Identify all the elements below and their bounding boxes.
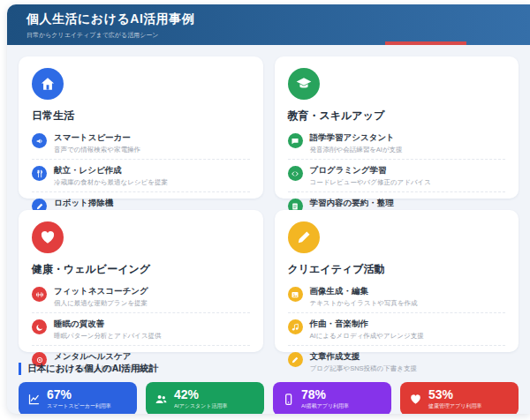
card-title: 日常生活 — [32, 109, 250, 124]
dumbbell-icon — [32, 287, 47, 302]
item-title: スマートスピーカー — [54, 132, 140, 144]
list-item: プログラミング学習 コードレビューやバグ修正のアドバイス — [288, 159, 506, 191]
stat-label: AI搭載アプリ利用率 — [301, 402, 349, 410]
item-desc: ブログ記事やSNS投稿の下書き支援 — [310, 364, 417, 373]
heart-icon — [32, 221, 64, 253]
item-title: 文章作成支援 — [310, 351, 417, 363]
item-list: 画像生成・編集 テキストからイラストや写真を作成 作曲・音楽制作 AIによるメロ… — [288, 281, 506, 378]
stat-value: 78% — [301, 388, 349, 401]
card-title: クリエイティブ活動 — [288, 262, 506, 277]
card-creative: クリエイティブ活動 画像生成・編集 テキストからイラストや写真を作成 作曲・音楽… — [275, 210, 519, 352]
stats-row: 67% スマートスピーカー利用率 42% AIアシスタント活用率 78% AI搭… — [19, 382, 519, 414]
home-icon — [32, 68, 64, 100]
infographic-sheet: 個人生活におけるAI活用事例 日常からクリエイティブまで広がる活用シーン 日常生… — [7, 4, 530, 414]
item-title: メンタルヘルスケア — [54, 351, 155, 363]
item-desc: コードレビューやバグ修正のアドバイス — [310, 178, 431, 187]
moon-icon — [32, 319, 47, 334]
list-item: スマートスピーカー 音声での情報検索や家電操作 — [32, 127, 250, 159]
item-title: プログラミング学習 — [310, 165, 431, 176]
item-desc: 音声での情報検索や家電操作 — [54, 146, 140, 154]
card-title: 健康・ウェルビーイング — [32, 262, 250, 277]
category-grid: 日常生活 スマートスピーカー 音声での情報検索や家電操作 献立・レシピ作成 冷蔵… — [7, 45, 530, 352]
item-desc: AIによるメロディ作成やアレンジ支援 — [310, 332, 424, 341]
list-item: 献立・レシピ作成 冷蔵庫の食材から最適なレシピを提案 — [32, 159, 250, 191]
card-title: 教育・スキルアップ — [288, 109, 506, 124]
item-title: 語学学習アシスタント — [310, 132, 403, 144]
item-title: ロボット掃除機 — [54, 198, 161, 209]
list-item: 作曲・音楽制作 AIによるメロディ作成やアレンジ支援 — [288, 312, 506, 345]
music-note-icon — [288, 319, 303, 334]
stat-value: 42% — [174, 388, 228, 401]
item-title: 献立・レシピ作成 — [54, 165, 168, 176]
card-daily-life: 日常生活 スマートスピーカー 音声での情報検索や家電操作 献立・レシピ作成 冷蔵… — [19, 56, 263, 199]
speaker-icon — [32, 133, 47, 148]
stat-ai-apps: 78% AI搭載アプリ利用率 — [273, 382, 391, 414]
stat-value: 53% — [428, 388, 481, 401]
card-health: 健康・ウェルビーイング フィットネスコーチング 個人に最適な運動プランを提案 睡… — [19, 210, 263, 352]
graduation-cap-icon — [288, 68, 320, 100]
list-item: 画像生成・編集 テキストからイラストや写真を作成 — [288, 281, 506, 312]
item-title: フィットネスコーチング — [54, 286, 148, 297]
users-icon — [155, 393, 168, 406]
stat-smart-speaker: 67% スマートスピーカー利用率 — [19, 382, 137, 414]
item-desc: 発音添削や会話練習をAIが支援 — [310, 146, 403, 154]
stat-value: 67% — [47, 388, 111, 401]
item-title: 学習内容の要約・整理 — [310, 198, 404, 209]
header: 個人生活におけるAI活用事例 日常からクリエイティブまで広がる活用シーン — [7, 4, 530, 45]
image-icon — [288, 287, 303, 302]
list-item: 睡眠の質改善 睡眠パターン分析とアドバイス提供 — [32, 312, 250, 345]
stat-label: AIアシスタント活用率 — [174, 402, 228, 410]
item-title: 睡眠の質改善 — [54, 319, 162, 330]
code-icon — [288, 166, 303, 181]
page-subtitle: 日常からクリエイティブまで広がる活用シーン — [26, 31, 530, 40]
stat-ai-assistant: 42% AIアシスタント活用率 — [146, 382, 264, 414]
item-title: 画像生成・編集 — [310, 286, 418, 297]
list-item: 文章作成支援 ブログ記事やSNS投稿の下書き支援 — [288, 345, 506, 378]
page-title: 個人生活におけるAI活用事例 — [26, 11, 530, 27]
utensils-icon — [32, 166, 47, 181]
item-desc: 個人に最適な運動プランを提案 — [54, 299, 148, 308]
pencil-icon — [288, 221, 320, 253]
chat-bubble-icon — [288, 133, 303, 148]
stat-label: 健康管理アプリ利用率 — [428, 402, 481, 410]
heart-icon — [409, 393, 422, 406]
item-desc: 睡眠パターン分析とアドバイス提供 — [54, 332, 162, 341]
list-item: 語学学習アシスタント 発音添削や会話練習をAIが支援 — [288, 127, 506, 159]
card-education: 教育・スキルアップ 語学学習アシスタント 発音添削や会話練習をAIが支援 プログ… — [275, 56, 519, 199]
item-desc: テキストからイラストや写真を作成 — [310, 299, 418, 308]
mobile-icon — [282, 393, 295, 406]
pencil-icon — [288, 352, 303, 367]
list-item: フィットネスコーチング 個人に最適な運動プランを提案 — [32, 281, 250, 312]
item-desc: 冷蔵庫の食材から最適なレシピを提案 — [54, 178, 168, 187]
header-accent-bar — [385, 41, 466, 45]
stat-health-apps: 53% 健康管理アプリ利用率 — [400, 382, 519, 414]
item-title: 作曲・音楽制作 — [310, 319, 424, 330]
chart-line-icon — [27, 393, 41, 406]
stat-label: スマートスピーカー利用率 — [47, 402, 111, 410]
